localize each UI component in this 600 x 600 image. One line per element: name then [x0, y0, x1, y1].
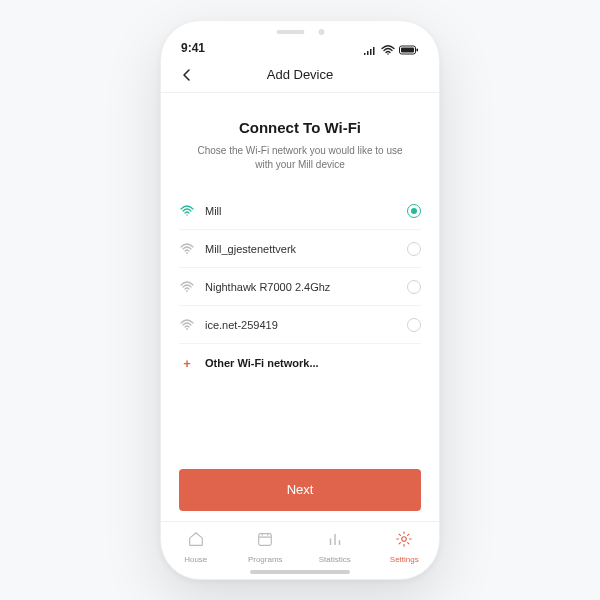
wifi-name: Mill: [205, 205, 397, 217]
radio-indicator: [407, 280, 421, 294]
tab-label: Settings: [390, 555, 419, 564]
tab-label: House: [184, 555, 207, 564]
wifi-name: ice.net-259419: [205, 319, 397, 331]
wifi-list: MillMill_gjestenettverkNighthawk R7000 2…: [179, 192, 421, 382]
tab-icon: [187, 530, 205, 552]
cellular-icon: [363, 45, 377, 55]
wifi-row-0[interactable]: Mill: [179, 192, 421, 230]
wifi-icon: [179, 319, 195, 331]
wifi-icon: [179, 281, 195, 293]
battery-icon: [399, 45, 419, 55]
svg-point-5: [186, 252, 188, 254]
other-network-label: Other Wi-Fi network...: [205, 357, 421, 369]
notch: [243, 21, 358, 43]
tab-label: Programs: [248, 555, 283, 564]
status-time: 9:41: [181, 41, 205, 55]
back-button[interactable]: [177, 65, 197, 85]
content: Connect To Wi-Fi Chose the Wi-Fi network…: [161, 93, 439, 521]
svg-rect-3: [417, 49, 419, 52]
svg-point-4: [186, 214, 188, 216]
phone-frame: 9:41 Add Device Connect To Wi-Fi Chose t…: [160, 20, 440, 580]
spacer: [179, 382, 421, 469]
plus-icon: +: [179, 356, 195, 371]
wifi-row-1[interactable]: Mill_gjestenettverk: [179, 230, 421, 268]
svg-point-6: [186, 290, 188, 292]
page-subheading: Chose the Wi-Fi network you would like t…: [179, 144, 421, 172]
tab-programs[interactable]: Programs: [231, 522, 301, 571]
svg-point-7: [186, 328, 188, 330]
tab-label: Statistics: [319, 555, 351, 564]
wifi-icon: [179, 243, 195, 255]
svg-point-9: [402, 536, 407, 541]
svg-point-0: [387, 53, 389, 55]
wifi-icon: [179, 205, 195, 217]
status-icons: [363, 45, 419, 55]
tab-house[interactable]: House: [161, 522, 231, 571]
tab-icon: [256, 530, 274, 552]
home-indicator: [250, 570, 350, 574]
page-heading: Connect To Wi-Fi: [179, 119, 421, 136]
tab-statistics[interactable]: Statistics: [300, 522, 370, 571]
navbar: Add Device: [161, 57, 439, 93]
wifi-row-3[interactable]: ice.net-259419: [179, 306, 421, 344]
svg-rect-2: [401, 48, 414, 53]
radio-indicator: [407, 242, 421, 256]
tab-settings[interactable]: Settings: [370, 522, 440, 571]
chevron-left-icon: [182, 68, 192, 82]
wifi-name: Nighthawk R7000 2.4Ghz: [205, 281, 397, 293]
next-button[interactable]: Next: [179, 469, 421, 511]
svg-rect-8: [259, 533, 272, 545]
other-network-row[interactable]: +Other Wi-Fi network...: [179, 344, 421, 382]
radio-indicator: [407, 204, 421, 218]
tab-icon: [395, 530, 413, 552]
tab-icon: [326, 530, 344, 552]
wifi-row-2[interactable]: Nighthawk R7000 2.4Ghz: [179, 268, 421, 306]
wifi-status-icon: [381, 45, 395, 55]
wifi-name: Mill_gjestenettverk: [205, 243, 397, 255]
radio-indicator: [407, 318, 421, 332]
navbar-title: Add Device: [267, 67, 333, 82]
